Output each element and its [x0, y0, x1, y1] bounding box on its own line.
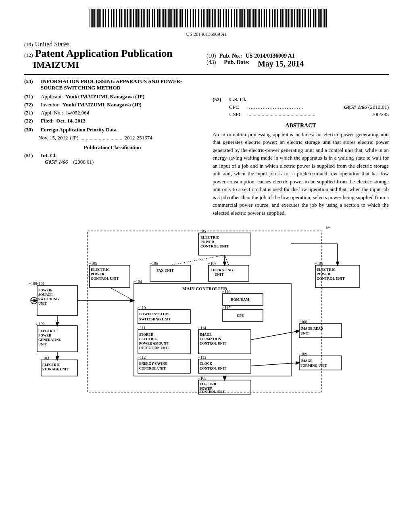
svg-text:CPU: CPU	[237, 314, 244, 318]
svg-text:⌐112: ⌐112	[138, 355, 146, 360]
svg-rect-36	[144, 9, 145, 27]
svg-rect-131	[294, 9, 295, 27]
svg-rect-24	[125, 9, 126, 27]
inventor-content: Inventor: Yuuki IMAIZUMI, Kanagawa (JP)	[41, 102, 200, 108]
title-row: (54) INFORMATION PROCESSING APPARATUS AN…	[24, 78, 200, 91]
svg-text:ROM/RAM: ROM/RAM	[231, 297, 249, 301]
right-header: (10) Pub. No.: US 2014/0136009 A1 (43) P…	[206, 41, 389, 69]
svg-rect-78	[211, 9, 211, 27]
svg-rect-70	[198, 9, 199, 27]
svg-text:⌐105: ⌐105	[89, 261, 97, 266]
inventor-key: Inventor:	[41, 102, 60, 108]
svg-rect-91	[231, 9, 232, 27]
svg-rect-30	[135, 9, 136, 27]
svg-rect-22	[123, 9, 123, 27]
box-image-read	[299, 324, 342, 338]
svg-rect-61	[184, 9, 184, 27]
svg-text:ELECTRIC: ELECTRIC	[200, 382, 217, 386]
title-label: (54)	[24, 78, 38, 91]
doc-number-text: US 20140136009 A1	[186, 31, 227, 37]
svg-rect-42	[154, 9, 155, 27]
svg-text:CONTROL UNIT: CONTROL UNIT	[200, 341, 226, 345]
svg-text:POWER SYSTEM: POWER SYSTEM	[139, 312, 169, 316]
filed-label: (22)	[24, 118, 38, 124]
svg-rect-95	[238, 9, 238, 27]
uspc-label: USPC	[229, 111, 245, 118]
svg-rect-19	[118, 9, 118, 27]
inventor-label: (72)	[24, 102, 38, 108]
svg-rect-3	[92, 9, 94, 27]
svg-line-233	[225, 255, 229, 265]
svg-text:GENERATING: GENERATING	[38, 338, 62, 342]
svg-rect-21	[121, 9, 122, 27]
inventor-row: (72) Inventor: Yuuki IMAIZUMI, Kanagawa …	[24, 102, 200, 108]
title-text: INFORMATION PROCESSING APPARATUS AND POW…	[41, 78, 200, 91]
svg-text:IMAGE: IMAGE	[200, 332, 212, 337]
svg-text:STORED: STORED	[139, 332, 153, 337]
svg-rect-145	[317, 9, 317, 27]
svg-text:FORMING UNIT: FORMING UNIT	[300, 364, 327, 368]
svg-rect-59	[180, 9, 181, 27]
svg-rect-49	[165, 9, 166, 27]
foreign-label-row: (30) Foreign Application Priority Data	[24, 127, 200, 133]
svg-text:POWER AMOUNT: POWER AMOUNT	[139, 341, 169, 345]
header-divider	[24, 74, 389, 75]
svg-text:⌐113: ⌐113	[198, 355, 206, 360]
applicant-content: Applicant: Yuuki IMAIZUMI, Kanagawa (JP)	[41, 94, 200, 100]
svg-text:ELECTRIC: ELECTRIC	[317, 268, 336, 272]
svg-rect-77	[209, 9, 210, 27]
svg-rect-124	[284, 9, 284, 27]
svg-rect-136	[302, 9, 303, 27]
svg-rect-89	[228, 9, 229, 27]
svg-text:CONTROL UNIT: CONTROL UNIT	[139, 366, 166, 370]
svg-rect-68	[195, 9, 196, 27]
svg-text:⌐103: ⌐103	[41, 356, 49, 360]
svg-rect-71	[200, 9, 200, 27]
svg-rect-11	[105, 9, 106, 27]
svg-rect-134	[299, 9, 300, 27]
svg-text:⌐105: ⌐105	[198, 229, 206, 233]
cpc-date: (2013.01)	[368, 104, 389, 110]
svg-rect-47	[162, 9, 163, 27]
int-cl-class: G05F 1/66	[45, 159, 68, 165]
int-cl-content: Int. Cl. G05F 1/66 (2006.01)	[41, 152, 200, 165]
svg-rect-56	[176, 9, 177, 27]
uspc-row: USPC ...................................…	[229, 111, 389, 118]
svg-text:IMAGE: IMAGE	[300, 359, 313, 363]
page: // Generate barcode-like bars	[0, 0, 413, 532]
svg-rect-100	[246, 9, 246, 27]
svg-text:POWER: POWER	[91, 272, 105, 276]
patent-type: Patent Application Publication	[35, 48, 173, 60]
svg-rect-149	[323, 9, 323, 27]
right-info: (52) U.S. Cl. CPC ......................…	[213, 78, 389, 217]
svg-rect-55	[174, 9, 175, 27]
svg-text:ELECTRIC: ELECTRIC	[91, 268, 110, 272]
svg-rect-109	[259, 9, 260, 27]
diagram-section: 1 ⌐ ELECTRIC POWER CONTROL UNIT ⌐105 ELE…	[24, 223, 389, 396]
svg-rect-38	[147, 9, 148, 27]
left-header: (19) United States (12) Patent Applicati…	[24, 41, 206, 70]
foreign-heading-text: Foreign Application Priority Data	[41, 127, 117, 133]
svg-rect-51	[168, 9, 169, 27]
svg-text:ELECTRIC: ELECTRIC	[200, 235, 219, 239]
svg-text:⌐102: ⌐102	[36, 322, 45, 326]
svg-text:⌐114: ⌐114	[198, 326, 206, 330]
svg-text:CONTROL UNIT: CONTROL UNIT	[200, 366, 226, 370]
svg-rect-63	[187, 9, 188, 27]
svg-rect-1	[90, 9, 90, 27]
abstract-heading: ABSTRACT	[213, 123, 389, 129]
svg-rect-135	[300, 9, 301, 27]
svg-rect-99	[244, 9, 245, 27]
svg-rect-110	[261, 9, 262, 27]
left-info: (54) INFORMATION PROCESSING APPARATUS AN…	[24, 78, 200, 217]
int-cl-row: (51) Int. Cl. G05F 1/66 (2006.01)	[24, 152, 200, 165]
svg-text:CONTROL UNIT: CONTROL UNIT	[200, 390, 225, 394]
abstract-text: An information processing apparatus incl…	[213, 131, 389, 217]
svg-rect-27	[130, 9, 131, 27]
pub-class-heading: Publication Classification	[24, 144, 200, 151]
svg-line-227	[251, 363, 299, 366]
appl-no-row: (21) Appl. No.: 14/052,964	[24, 110, 200, 116]
svg-rect-66	[192, 9, 192, 27]
filed-key: Filed:	[41, 118, 54, 124]
svg-rect-85	[222, 9, 222, 27]
